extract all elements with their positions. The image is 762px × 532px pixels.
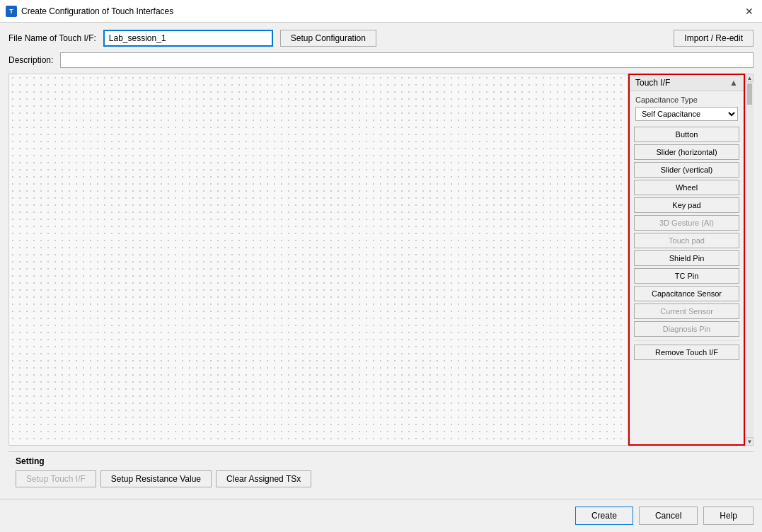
current-sensor-btn: Current Sensor [634,303,739,319]
bottom-bar: Create Cancel Help [0,499,762,532]
filename-input[interactable] [103,30,273,47]
panel-collapse-button[interactable]: ▲ [729,78,738,88]
right-scrollbar: ▲ ▼ [745,74,754,446]
content-area: File Name of Touch I/F: Setup Configurat… [0,23,762,499]
touchpad-btn: Touch pad [634,233,739,248]
right-panel-title: Touch I/F [635,78,670,88]
scroll-thumb[interactable] [747,83,752,105]
app-icon: T [6,6,17,17]
capacitance-select[interactable]: Self Capacitance Mutual Capacitance [635,107,738,121]
scroll-track [746,82,754,437]
capacitance-section: Capacitance Type Self Capacitance Mutual… [630,91,744,125]
top-bar: File Name of Touch I/F: Setup Configurat… [8,30,754,47]
shield-pin-btn[interactable]: Shield Pin [634,250,739,266]
setting-section: Setting Setup Touch I/F Setup Resistance… [8,451,754,492]
button-btn[interactable]: Button [634,127,739,142]
setup-resistance-button[interactable]: Setup Resistance Value [100,470,212,487]
import-reedit-button[interactable]: Import / Re-edit [674,30,754,47]
keypad-btn[interactable]: Key pad [634,197,739,213]
scroll-down-arrow[interactable]: ▼ [746,437,754,446]
create-button[interactable]: Create [575,507,633,525]
capacitance-sensor-btn[interactable]: Capacitance Sensor [634,286,739,301]
setting-label: Setting [16,456,746,466]
right-panel-header: Touch I/F ▲ [630,75,744,91]
setup-touch-if-button: Setup Touch I/F [16,470,96,487]
clear-assigned-button[interactable]: Clear Assigned TSx [216,470,311,487]
scroll-up-arrow[interactable]: ▲ [746,74,754,82]
gesture-3d-btn: 3D Gesture (AI) [634,215,739,231]
slider-horizontal-btn[interactable]: Slider (horizontal) [634,144,739,160]
close-button[interactable]: ✕ [742,4,756,18]
main-window: T Create Configuration of Touch Interfac… [0,0,762,532]
capacitance-label: Capacitance Type [635,96,738,104]
description-input[interactable] [60,52,754,68]
cancel-button[interactable]: Cancel [639,507,698,525]
canvas-area [8,74,628,446]
titlebar-left: T Create Configuration of Touch Interfac… [6,6,173,17]
description-label: Description: [8,55,53,65]
setup-config-button[interactable]: Setup Configuration [280,30,376,47]
setting-buttons: Setup Touch I/F Setup Resistance Value C… [16,470,746,487]
diagnosis-pin-btn: Diagnosis Pin [634,321,739,337]
tc-pin-btn[interactable]: TC Pin [634,268,739,284]
right-panel: Touch I/F ▲ Capacitance Type Self Capaci… [628,74,745,446]
titlebar: T Create Configuration of Touch Interfac… [0,0,762,23]
panel-divider [634,340,739,341]
slider-vertical-btn[interactable]: Slider (vertical) [634,162,739,178]
window-title: Create Configuration of Touch Interfaces [21,6,173,16]
remove-touch-if-btn[interactable]: Remove Touch I/F [634,345,739,360]
panel-buttons: Button Slider (horizontal) Slider (verti… [630,125,744,362]
help-button[interactable]: Help [703,507,754,525]
wheel-btn[interactable]: Wheel [634,180,739,195]
filename-label: File Name of Touch I/F: [8,33,96,43]
main-section: Touch I/F ▲ Capacitance Type Self Capaci… [8,74,754,446]
desc-bar: Description: [8,52,754,68]
